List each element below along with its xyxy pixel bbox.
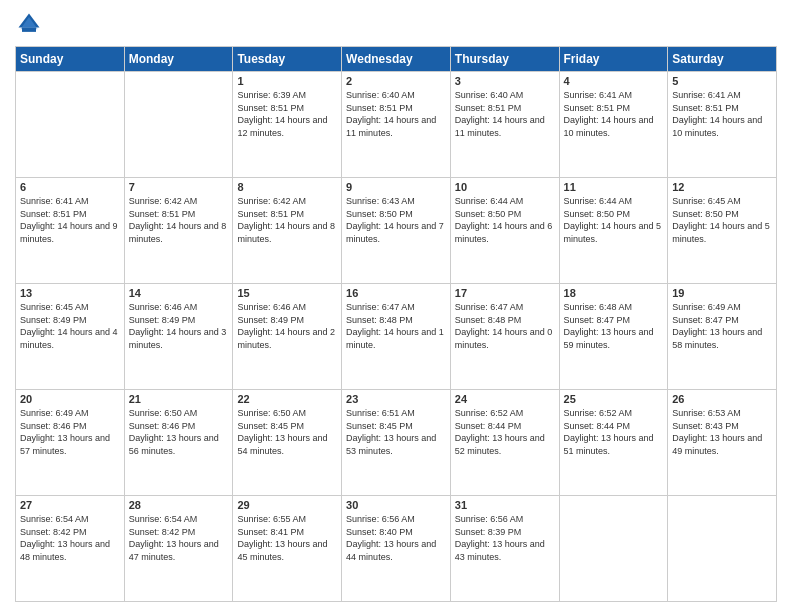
calendar-cell: 23Sunrise: 6:51 AM Sunset: 8:45 PM Dayli… <box>342 390 451 496</box>
day-info: Sunrise: 6:50 AM Sunset: 8:45 PM Dayligh… <box>237 407 337 457</box>
calendar-header-wednesday: Wednesday <box>342 47 451 72</box>
calendar-cell: 15Sunrise: 6:46 AM Sunset: 8:49 PM Dayli… <box>233 284 342 390</box>
calendar-header-thursday: Thursday <box>450 47 559 72</box>
calendar-week-2: 13Sunrise: 6:45 AM Sunset: 8:49 PM Dayli… <box>16 284 777 390</box>
calendar-header-friday: Friday <box>559 47 668 72</box>
day-info: Sunrise: 6:55 AM Sunset: 8:41 PM Dayligh… <box>237 513 337 563</box>
calendar-cell: 31Sunrise: 6:56 AM Sunset: 8:39 PM Dayli… <box>450 496 559 602</box>
calendar-cell: 28Sunrise: 6:54 AM Sunset: 8:42 PM Dayli… <box>124 496 233 602</box>
logo <box>15 10 47 38</box>
day-number: 17 <box>455 287 555 299</box>
day-info: Sunrise: 6:46 AM Sunset: 8:49 PM Dayligh… <box>237 301 337 351</box>
calendar-header-tuesday: Tuesday <box>233 47 342 72</box>
calendar-cell: 17Sunrise: 6:47 AM Sunset: 8:48 PM Dayli… <box>450 284 559 390</box>
calendar-cell: 3Sunrise: 6:40 AM Sunset: 8:51 PM Daylig… <box>450 72 559 178</box>
day-number: 18 <box>564 287 664 299</box>
svg-rect-2 <box>22 28 36 32</box>
day-number: 30 <box>346 499 446 511</box>
day-info: Sunrise: 6:53 AM Sunset: 8:43 PM Dayligh… <box>672 407 772 457</box>
calendar-cell: 5Sunrise: 6:41 AM Sunset: 8:51 PM Daylig… <box>668 72 777 178</box>
day-info: Sunrise: 6:40 AM Sunset: 8:51 PM Dayligh… <box>455 89 555 139</box>
day-number: 2 <box>346 75 446 87</box>
day-info: Sunrise: 6:51 AM Sunset: 8:45 PM Dayligh… <box>346 407 446 457</box>
day-info: Sunrise: 6:47 AM Sunset: 8:48 PM Dayligh… <box>455 301 555 351</box>
day-number: 25 <box>564 393 664 405</box>
day-number: 10 <box>455 181 555 193</box>
calendar-cell <box>124 72 233 178</box>
day-number: 5 <box>672 75 772 87</box>
day-info: Sunrise: 6:47 AM Sunset: 8:48 PM Dayligh… <box>346 301 446 351</box>
day-number: 15 <box>237 287 337 299</box>
calendar-cell: 11Sunrise: 6:44 AM Sunset: 8:50 PM Dayli… <box>559 178 668 284</box>
day-info: Sunrise: 6:49 AM Sunset: 8:47 PM Dayligh… <box>672 301 772 351</box>
calendar-cell: 22Sunrise: 6:50 AM Sunset: 8:45 PM Dayli… <box>233 390 342 496</box>
day-info: Sunrise: 6:56 AM Sunset: 8:40 PM Dayligh… <box>346 513 446 563</box>
day-info: Sunrise: 6:52 AM Sunset: 8:44 PM Dayligh… <box>455 407 555 457</box>
calendar-cell: 24Sunrise: 6:52 AM Sunset: 8:44 PM Dayli… <box>450 390 559 496</box>
day-info: Sunrise: 6:45 AM Sunset: 8:50 PM Dayligh… <box>672 195 772 245</box>
day-info: Sunrise: 6:41 AM Sunset: 8:51 PM Dayligh… <box>20 195 120 245</box>
calendar-week-3: 20Sunrise: 6:49 AM Sunset: 8:46 PM Dayli… <box>16 390 777 496</box>
day-number: 21 <box>129 393 229 405</box>
logo-icon <box>15 10 43 38</box>
calendar-cell <box>16 72 125 178</box>
day-number: 26 <box>672 393 772 405</box>
day-number: 31 <box>455 499 555 511</box>
calendar-cell: 8Sunrise: 6:42 AM Sunset: 8:51 PM Daylig… <box>233 178 342 284</box>
day-info: Sunrise: 6:42 AM Sunset: 8:51 PM Dayligh… <box>129 195 229 245</box>
day-number: 7 <box>129 181 229 193</box>
day-number: 1 <box>237 75 337 87</box>
day-info: Sunrise: 6:42 AM Sunset: 8:51 PM Dayligh… <box>237 195 337 245</box>
calendar-cell: 21Sunrise: 6:50 AM Sunset: 8:46 PM Dayli… <box>124 390 233 496</box>
calendar-cell: 2Sunrise: 6:40 AM Sunset: 8:51 PM Daylig… <box>342 72 451 178</box>
calendar-cell: 20Sunrise: 6:49 AM Sunset: 8:46 PM Dayli… <box>16 390 125 496</box>
day-number: 11 <box>564 181 664 193</box>
calendar-cell: 14Sunrise: 6:46 AM Sunset: 8:49 PM Dayli… <box>124 284 233 390</box>
header <box>15 10 777 38</box>
calendar-cell: 16Sunrise: 6:47 AM Sunset: 8:48 PM Dayli… <box>342 284 451 390</box>
day-info: Sunrise: 6:43 AM Sunset: 8:50 PM Dayligh… <box>346 195 446 245</box>
calendar-cell: 26Sunrise: 6:53 AM Sunset: 8:43 PM Dayli… <box>668 390 777 496</box>
day-number: 27 <box>20 499 120 511</box>
day-number: 13 <box>20 287 120 299</box>
day-info: Sunrise: 6:56 AM Sunset: 8:39 PM Dayligh… <box>455 513 555 563</box>
day-number: 14 <box>129 287 229 299</box>
calendar-cell: 13Sunrise: 6:45 AM Sunset: 8:49 PM Dayli… <box>16 284 125 390</box>
day-number: 6 <box>20 181 120 193</box>
day-info: Sunrise: 6:49 AM Sunset: 8:46 PM Dayligh… <box>20 407 120 457</box>
calendar-cell: 10Sunrise: 6:44 AM Sunset: 8:50 PM Dayli… <box>450 178 559 284</box>
calendar-cell: 1Sunrise: 6:39 AM Sunset: 8:51 PM Daylig… <box>233 72 342 178</box>
day-info: Sunrise: 6:40 AM Sunset: 8:51 PM Dayligh… <box>346 89 446 139</box>
day-info: Sunrise: 6:52 AM Sunset: 8:44 PM Dayligh… <box>564 407 664 457</box>
day-number: 29 <box>237 499 337 511</box>
calendar-cell: 9Sunrise: 6:43 AM Sunset: 8:50 PM Daylig… <box>342 178 451 284</box>
day-info: Sunrise: 6:41 AM Sunset: 8:51 PM Dayligh… <box>672 89 772 139</box>
calendar-cell <box>559 496 668 602</box>
day-info: Sunrise: 6:39 AM Sunset: 8:51 PM Dayligh… <box>237 89 337 139</box>
calendar-cell: 18Sunrise: 6:48 AM Sunset: 8:47 PM Dayli… <box>559 284 668 390</box>
day-number: 23 <box>346 393 446 405</box>
day-number: 20 <box>20 393 120 405</box>
calendar-cell <box>668 496 777 602</box>
day-number: 19 <box>672 287 772 299</box>
day-info: Sunrise: 6:44 AM Sunset: 8:50 PM Dayligh… <box>564 195 664 245</box>
calendar-header-monday: Monday <box>124 47 233 72</box>
calendar-cell: 29Sunrise: 6:55 AM Sunset: 8:41 PM Dayli… <box>233 496 342 602</box>
day-info: Sunrise: 6:41 AM Sunset: 8:51 PM Dayligh… <box>564 89 664 139</box>
day-number: 22 <box>237 393 337 405</box>
calendar-cell: 7Sunrise: 6:42 AM Sunset: 8:51 PM Daylig… <box>124 178 233 284</box>
day-info: Sunrise: 6:54 AM Sunset: 8:42 PM Dayligh… <box>20 513 120 563</box>
calendar-week-1: 6Sunrise: 6:41 AM Sunset: 8:51 PM Daylig… <box>16 178 777 284</box>
calendar-cell: 19Sunrise: 6:49 AM Sunset: 8:47 PM Dayli… <box>668 284 777 390</box>
day-number: 3 <box>455 75 555 87</box>
calendar-header-saturday: Saturday <box>668 47 777 72</box>
calendar-week-0: 1Sunrise: 6:39 AM Sunset: 8:51 PM Daylig… <box>16 72 777 178</box>
day-number: 28 <box>129 499 229 511</box>
calendar-cell: 25Sunrise: 6:52 AM Sunset: 8:44 PM Dayli… <box>559 390 668 496</box>
day-number: 8 <box>237 181 337 193</box>
calendar-cell: 6Sunrise: 6:41 AM Sunset: 8:51 PM Daylig… <box>16 178 125 284</box>
calendar-header-row: SundayMondayTuesdayWednesdayThursdayFrid… <box>16 47 777 72</box>
day-number: 9 <box>346 181 446 193</box>
day-info: Sunrise: 6:46 AM Sunset: 8:49 PM Dayligh… <box>129 301 229 351</box>
calendar-cell: 12Sunrise: 6:45 AM Sunset: 8:50 PM Dayli… <box>668 178 777 284</box>
